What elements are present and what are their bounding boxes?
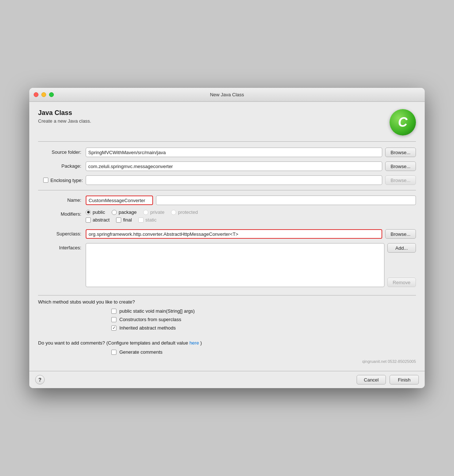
radio-protected-button[interactable] — [171, 210, 176, 215]
stubs-question: Which method stubs would you like to cre… — [38, 299, 416, 305]
dialog-footer: ? Cancel Finish — [29, 371, 425, 388]
interfaces-top: Add... Remove — [86, 243, 416, 287]
close-button[interactable] — [34, 92, 38, 97]
checkbox-final[interactable]: final — [116, 217, 132, 223]
maximize-button[interactable] — [49, 92, 54, 97]
stub-option-3: ✓ Inherited abstract methods — [111, 325, 416, 331]
radio-private-button[interactable] — [143, 210, 148, 215]
interfaces-controls: Add... Remove — [86, 243, 416, 287]
interfaces-add-button[interactable]: Add... — [387, 243, 416, 253]
checkbox-abstract[interactable]: abstract — [86, 217, 109, 223]
modifiers-area: public package private protected — [86, 209, 416, 225]
header-section: Java Class Create a new Java class. C — [38, 109, 416, 142]
watermark: qingruanit.net 0532-85025005 — [38, 358, 416, 365]
page-subtitle: Create a new Java class. — [38, 118, 91, 124]
source-folder-input[interactable] — [86, 148, 382, 157]
page-title: Java Class — [38, 109, 91, 117]
help-button[interactable]: ? — [35, 375, 45, 384]
radio-private[interactable]: private — [143, 209, 164, 215]
name-controls — [86, 196, 416, 205]
superclass-browse-button[interactable]: Browse... — [385, 229, 416, 239]
minimize-button[interactable] — [41, 92, 46, 97]
radio-package-label: package — [119, 209, 137, 215]
enclosing-type-input[interactable] — [86, 175, 382, 185]
source-folder-label: Source folder: — [38, 148, 86, 155]
interfaces-row: Interfaces: Add... Remove — [38, 243, 416, 287]
radio-protected-label: protected — [178, 209, 198, 215]
static-label: static — [145, 217, 156, 223]
interfaces-remove-button: Remove — [387, 278, 416, 287]
interfaces-listbox[interactable] — [86, 243, 384, 287]
comments-section: Do you want to add comments? (Configure … — [38, 337, 416, 358]
checkbox-static[interactable]: static — [138, 217, 156, 223]
title-bar: New Java Class — [29, 88, 425, 102]
source-folder-browse-button[interactable]: Browse... — [385, 148, 416, 157]
window-title: New Java Class — [210, 92, 244, 97]
static-checkbox[interactable] — [138, 217, 144, 223]
enclosing-type-row: Enclosing type: Browse... — [38, 175, 416, 185]
name-label: Name: — [38, 196, 86, 203]
comments-link[interactable]: here — [189, 340, 199, 346]
source-folder-controls: Browse... — [86, 148, 416, 157]
enclosing-type-browse-button[interactable]: Browse... — [385, 175, 416, 185]
stub3-checkbox[interactable]: ✓ — [111, 326, 116, 331]
cancel-button[interactable]: Cancel — [357, 375, 386, 384]
comments-question: Do you want to add comments? (Configure … — [38, 340, 416, 346]
stub-option-1: public static void main(String[] args) — [111, 308, 416, 314]
package-browse-button[interactable]: Browse... — [385, 161, 416, 171]
package-row: Package: Browse... — [38, 161, 416, 171]
stub1-checkbox[interactable] — [111, 309, 116, 314]
logo-icon: C — [390, 109, 416, 135]
name-input[interactable] — [86, 196, 153, 205]
radio-public-label: public — [93, 209, 105, 215]
dialog-content: Java Class Create a new Java class. C So… — [29, 102, 425, 371]
enclosing-type-checkbox[interactable] — [43, 178, 48, 183]
radio-package-button[interactable] — [112, 210, 117, 215]
modifier-row-2: abstract final static — [86, 217, 416, 223]
window-controls — [34, 92, 54, 97]
name-row: Name: — [38, 196, 416, 205]
stub2-label: Constructors from superclass — [119, 317, 181, 322]
radio-package[interactable]: package — [112, 209, 137, 215]
generate-comments-checkbox[interactable] — [111, 350, 116, 355]
modifier-row-1: public package private protected — [86, 209, 416, 215]
interfaces-side-buttons: Add... Remove — [387, 243, 416, 287]
modifiers-row: Modifiers: public package pr — [38, 209, 416, 225]
superclass-input[interactable] — [86, 229, 382, 239]
footer-buttons: Cancel Finish — [357, 375, 419, 384]
abstract-checkbox[interactable] — [86, 217, 91, 223]
generate-comments-label: Generate comments — [119, 349, 163, 355]
interfaces-label: Interfaces: — [38, 243, 86, 250]
stub1-label: public static void main(String[] args) — [119, 308, 195, 314]
package-controls: Browse... — [86, 161, 416, 171]
superclass-controls: Browse... — [86, 229, 416, 239]
dialog-window: New Java Class Java Class Create a new J… — [29, 88, 425, 388]
finish-button[interactable]: Finish — [390, 375, 419, 384]
superclass-row: Superclass: Browse... — [38, 229, 416, 239]
package-input[interactable] — [86, 161, 382, 171]
stub-option-2: Constructors from superclass — [111, 317, 416, 322]
enclosing-label-area: Enclosing type: — [38, 178, 86, 183]
final-label: final — [123, 217, 132, 223]
superclass-label: Superclass: — [38, 229, 86, 237]
source-folder-row: Source folder: Browse... — [38, 148, 416, 157]
name-extra-input[interactable] — [156, 196, 416, 205]
enclosing-type-controls: Browse... — [86, 175, 416, 185]
radio-public[interactable]: public — [86, 209, 105, 215]
package-label: Package: — [38, 161, 86, 169]
abstract-label: abstract — [93, 217, 109, 223]
form-section: Source folder: Browse... Package: Browse… — [38, 148, 416, 295]
separator-1 — [38, 190, 416, 190]
enclosing-type-label: Enclosing type: — [51, 178, 83, 183]
generate-comments-option: Generate comments — [111, 349, 416, 355]
header-text: Java Class Create a new Java class. — [38, 109, 91, 124]
modifiers-label: Modifiers: — [38, 209, 86, 217]
stubs-section: Which method stubs would you like to cre… — [38, 295, 416, 337]
stub2-checkbox[interactable] — [111, 317, 116, 322]
final-checkbox[interactable] — [116, 217, 121, 223]
radio-protected[interactable]: protected — [171, 209, 198, 215]
radio-public-button[interactable] — [86, 210, 91, 215]
radio-private-label: private — [150, 209, 164, 215]
stub3-label: Inherited abstract methods — [119, 325, 176, 331]
